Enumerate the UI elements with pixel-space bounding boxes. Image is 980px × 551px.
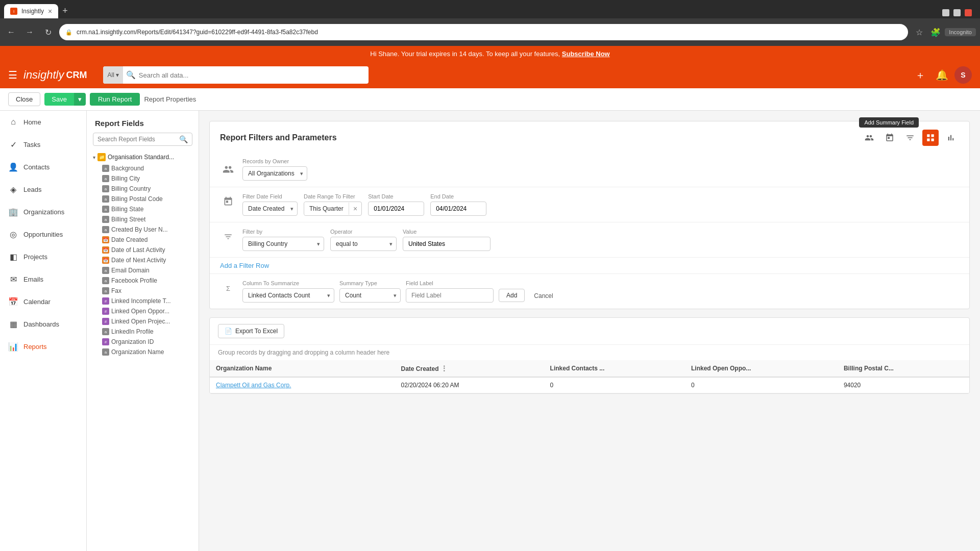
menu-icon[interactable]: ☰ bbox=[8, 69, 17, 81]
close-button[interactable]: Close bbox=[8, 92, 40, 106]
list-item[interactable]: # Linked Open Oppor... bbox=[91, 306, 194, 316]
url-text: crm.na1.insightly.com/Reports/Edit/64134… bbox=[77, 29, 902, 36]
list-item[interactable]: a Billing Postal Code bbox=[91, 194, 194, 204]
list-item[interactable]: a Billing Street bbox=[91, 214, 194, 224]
add-summary-button[interactable]: Add bbox=[499, 289, 525, 302]
calendar-view-icon-btn[interactable] bbox=[881, 130, 898, 146]
col-date-menu-icon[interactable]: ⋮ bbox=[440, 364, 448, 372]
operator-select[interactable]: equal to bbox=[330, 237, 397, 251]
list-item[interactable]: a Billing City bbox=[91, 173, 194, 184]
list-item[interactable]: a Billing State bbox=[91, 204, 194, 214]
cell-org-name: Clampett Oil and Gas Corp. bbox=[210, 377, 395, 393]
sidebar-item-contacts[interactable]: 👤 Contacts bbox=[0, 156, 86, 178]
contacts-icon: 👤 bbox=[8, 162, 18, 172]
field-label-input[interactable] bbox=[406, 288, 494, 303]
sidebar-item-reports[interactable]: 📊 Reports bbox=[0, 335, 86, 358]
add-button[interactable]: ＋ bbox=[912, 66, 929, 84]
grid-view-icon-btn[interactable] bbox=[922, 130, 939, 146]
list-item[interactable]: 📅 Date of Last Activity bbox=[91, 245, 194, 255]
filter-value-input[interactable] bbox=[403, 237, 491, 251]
sidebar-item-dashboards[interactable]: ▦ Dashboards bbox=[0, 313, 86, 335]
chart-view-icon-btn[interactable] bbox=[943, 130, 959, 146]
filter-icon-btn[interactable] bbox=[902, 130, 918, 146]
list-item[interactable]: a Organization Name bbox=[91, 347, 194, 357]
sidebar-item-calendar[interactable]: 📅 Calendar bbox=[0, 290, 86, 313]
incognito-badge[interactable]: Incognito bbox=[945, 28, 976, 36]
records-owner-label: Records by Owner bbox=[242, 158, 307, 164]
close-window-button[interactable] bbox=[965, 9, 972, 16]
add-filter-link[interactable]: Add a Filter Row bbox=[220, 262, 269, 269]
list-item[interactable]: a Email Domain bbox=[91, 265, 194, 276]
col-header-linked-open-oppo: Linked Open Oppo... bbox=[685, 360, 838, 377]
sidebar-label-emails: Emails bbox=[23, 276, 43, 283]
back-button[interactable]: ← bbox=[4, 25, 18, 39]
reports-icon: 📊 bbox=[8, 341, 18, 352]
field-label: Background bbox=[111, 165, 144, 172]
column-summarize-select-wrapper: Linked Contacts Count bbox=[242, 288, 334, 303]
sidebar-item-projects[interactable]: ◧ Projects bbox=[0, 245, 86, 268]
col-linked-open-oppo-label: Linked Open Oppo... bbox=[691, 365, 751, 372]
tab-favicon: I bbox=[10, 8, 17, 15]
list-item[interactable]: # Linked Incomplete T... bbox=[91, 296, 194, 306]
sidebar-item-leads[interactable]: ◈ Leads bbox=[0, 178, 86, 201]
tasks-icon: ✓ bbox=[8, 139, 18, 149]
report-properties-button[interactable]: Report Properties bbox=[144, 95, 196, 103]
field-type-icon: 📅 bbox=[102, 246, 109, 254]
list-item[interactable]: a Billing Country bbox=[91, 184, 194, 194]
extensions-button[interactable]: 🧩 bbox=[928, 25, 943, 39]
list-item[interactable]: a Fax bbox=[91, 286, 194, 296]
sidebar-item-opportunities[interactable]: ◎ Opportunities bbox=[0, 223, 86, 245]
restore-button[interactable] bbox=[953, 9, 961, 16]
save-button[interactable]: Save bbox=[44, 93, 74, 106]
list-item[interactable]: a LinkedIn Profile bbox=[91, 327, 194, 337]
list-item[interactable]: a Background bbox=[91, 163, 194, 173]
end-date-label: End Date bbox=[430, 193, 486, 199]
drag-hint: Group records by dragging and dropping a… bbox=[210, 345, 969, 360]
field-label: Billing Street bbox=[111, 216, 145, 223]
sidebar-item-home[interactable]: ⌂ Home bbox=[0, 111, 86, 133]
minimize-button[interactable] bbox=[942, 9, 949, 16]
save-dropdown-button[interactable]: ▾ bbox=[74, 93, 86, 106]
sidebar-item-organizations[interactable]: 🏢 Organizations bbox=[0, 201, 86, 223]
end-date-input[interactable] bbox=[430, 202, 486, 216]
filter-date-field-group: Filter Date Field Date Created bbox=[242, 193, 298, 216]
start-date-input[interactable] bbox=[368, 202, 424, 216]
cancel-summary-button[interactable]: Cancel bbox=[530, 290, 557, 302]
notifications-button[interactable]: 🔔 bbox=[933, 66, 950, 84]
date-filter-icon bbox=[220, 193, 236, 210]
forward-button[interactable]: → bbox=[22, 25, 37, 39]
sidebar-item-tasks[interactable]: ✓ Tasks bbox=[0, 133, 86, 156]
filter-date-field-select[interactable]: Date Created bbox=[242, 202, 298, 216]
field-type-icon: a bbox=[102, 206, 109, 213]
filter-by-select[interactable]: Billing Country bbox=[242, 237, 324, 251]
list-item[interactable]: 📅 Date of Next Activity bbox=[91, 255, 194, 265]
list-item[interactable]: 📅 Date Created bbox=[91, 235, 194, 245]
bookmark-button[interactable]: ☆ bbox=[912, 25, 926, 39]
list-item[interactable]: # Linked Open Projec... bbox=[91, 316, 194, 327]
user-avatar[interactable]: S bbox=[954, 66, 972, 84]
search-fields-input[interactable] bbox=[97, 136, 179, 143]
new-tab-button[interactable]: + bbox=[58, 4, 72, 18]
run-report-button[interactable]: Run Report bbox=[90, 93, 140, 106]
field-label: Billing Country bbox=[111, 185, 151, 192]
url-bar[interactable]: 🔒 crm.na1.insightly.com/Reports/Edit/641… bbox=[59, 24, 908, 40]
search-input[interactable] bbox=[139, 71, 369, 79]
tab-close-btn[interactable]: × bbox=[48, 7, 52, 15]
refresh-button[interactable]: ↻ bbox=[41, 25, 55, 39]
column-summarize-select[interactable]: Linked Contacts Count bbox=[242, 288, 334, 303]
subscribe-link[interactable]: Subscribe Now bbox=[562, 50, 610, 58]
people-view-icon-btn[interactable] bbox=[861, 130, 877, 146]
export-to-excel-button[interactable]: 📄 Export To Excel bbox=[218, 324, 284, 338]
records-owner-select[interactable]: All Organizations bbox=[242, 166, 307, 181]
tree-parent-node[interactable]: ▾ 📁 Organisation Standard... bbox=[91, 151, 194, 163]
date-range-clear-button[interactable]: × bbox=[349, 203, 361, 215]
list-item[interactable]: a Facebook Profile bbox=[91, 276, 194, 286]
list-item[interactable]: # Organization ID bbox=[91, 337, 194, 347]
list-item[interactable]: a Created By User N... bbox=[91, 224, 194, 235]
browser-tab-insightly[interactable]: I Insightly × bbox=[4, 4, 58, 18]
org-name-link[interactable]: Clampett Oil and Gas Corp. bbox=[216, 382, 291, 389]
summary-type-select[interactable]: Count bbox=[339, 288, 401, 303]
date-range-select[interactable]: This Quarter bbox=[304, 202, 349, 215]
sidebar-item-emails[interactable]: ✉ Emails bbox=[0, 268, 86, 290]
search-type-button[interactable]: All ▾ bbox=[103, 66, 122, 84]
